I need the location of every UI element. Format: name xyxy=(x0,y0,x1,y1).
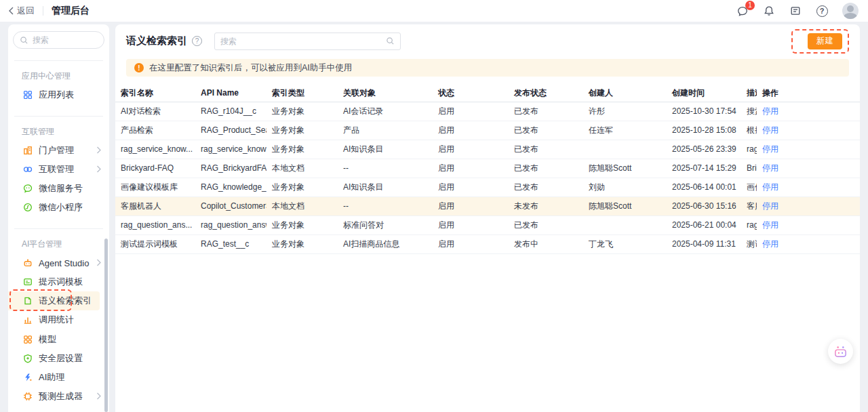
sidebar-item-label: 安全层设置 xyxy=(39,352,83,365)
back-button[interactable]: 返回 xyxy=(8,5,35,17)
divider xyxy=(14,228,103,229)
divider xyxy=(14,60,103,61)
sidebar-item-wechat-miniprogram[interactable]: 微信小程序 xyxy=(8,198,109,217)
section-label-interconnect: 互联管理 xyxy=(22,126,109,138)
ai-bolt-icon xyxy=(23,373,33,382)
avatar[interactable] xyxy=(842,3,859,19)
related-cell: AI扫描商品信息 xyxy=(338,234,433,253)
sidebar-item-app-list[interactable]: 应用列表 xyxy=(8,85,109,104)
chevron-right-icon xyxy=(96,392,101,400)
sidebar-item-interconnect-mgmt[interactable]: 互联管理 xyxy=(8,160,109,179)
chat-icon[interactable]: 1 xyxy=(736,5,749,17)
wechat-miniprogram-icon xyxy=(23,203,33,212)
api-name-cell: Copilot_CustomerS... xyxy=(195,197,267,215)
divider xyxy=(14,116,103,117)
disable-link[interactable]: 停用 xyxy=(762,201,778,211)
table-search[interactable] xyxy=(214,33,401,50)
col-header-desc: 描述 xyxy=(741,85,757,102)
sidebar: 应用中心管理 应用列表 互联管理 门户管理 互联管理 微信服务号 微信小程序 A… xyxy=(8,24,109,412)
disable-link[interactable]: 停用 xyxy=(762,106,778,116)
link-rings-icon xyxy=(23,165,33,174)
bar-chart-icon xyxy=(23,315,33,325)
index-name-link[interactable]: rag_service_know... xyxy=(115,140,195,159)
annotation-dashed-box: 新建 xyxy=(791,29,849,54)
disable-link[interactable]: 停用 xyxy=(762,163,778,173)
back-label: 返回 xyxy=(17,5,35,17)
disable-link[interactable]: 停用 xyxy=(762,182,778,192)
time-cell: 2025-05-26 23:39 xyxy=(667,140,741,159)
sidebar-item-label: 模型 xyxy=(39,333,56,346)
sidebar-item-agent-studio[interactable]: Agent Studio xyxy=(8,253,109,272)
banner-text: 在这里配置了知识索引后，可以被应用到AI助手中使用 xyxy=(149,62,352,74)
desc-cell: rag xyxy=(741,215,757,234)
col-header-name: 索引名称 xyxy=(115,85,195,102)
sidebar-item-label: AI助理 xyxy=(39,371,64,384)
col-header-related: 关联对象 xyxy=(338,85,433,102)
chip-icon xyxy=(23,392,33,401)
sidebar-item-label: 微信服务号 xyxy=(39,182,83,194)
title-help-icon[interactable]: ? xyxy=(192,36,202,46)
index-name-link[interactable]: 产品检索 xyxy=(115,121,195,140)
chevron-left-icon xyxy=(8,7,14,15)
table-row: AI对话检索 RAG_r104J__c 业务对象 AI会话记录 启用 已发布 许… xyxy=(115,102,860,121)
table-row-highlighted: 客服机器人 Copilot_CustomerS... 本地文档 -- 启用 未发… xyxy=(115,197,860,215)
col-header-time: 创建时间 xyxy=(667,85,741,102)
sidebar-item-portal-mgmt[interactable]: 门户管理 xyxy=(8,141,109,160)
creator-cell xyxy=(583,140,667,159)
pub-status-cell: 已发布 xyxy=(509,215,583,234)
sidebar-item-semantic-index[interactable]: 语义检索索引 xyxy=(8,291,100,310)
type-cell: 业务对象 xyxy=(267,178,338,197)
sidebar-item-security-layer[interactable]: 安全层设置 xyxy=(8,349,109,368)
status-cell: 启用 xyxy=(433,197,509,215)
pub-status-cell: 已发布 xyxy=(509,102,583,121)
sidebar-item-label: 门户管理 xyxy=(39,144,74,157)
index-name-link[interactable]: Brickyard-FAQ xyxy=(115,159,195,178)
desc-cell: rag xyxy=(741,140,757,159)
pub-status-cell: 已发布 xyxy=(509,159,583,178)
disable-link[interactable]: 停用 xyxy=(762,220,778,230)
status-cell: 启用 xyxy=(433,234,509,253)
prompt-template-icon xyxy=(23,277,33,287)
ai-assistant-fab[interactable] xyxy=(828,339,853,364)
sidebar-item-ai-assistant[interactable]: AI助理 xyxy=(8,368,109,387)
sidebar-scrollbar[interactable] xyxy=(104,239,108,412)
api-name-cell: RAG_BrickyardFA... xyxy=(195,159,267,178)
type-cell: 业务对象 xyxy=(267,215,338,234)
index-name-link[interactable]: 测试提示词模板 xyxy=(115,234,195,253)
sidebar-item-model[interactable]: 模型 xyxy=(8,330,109,349)
sidebar-item-prediction-generator[interactable]: 预测生成器 xyxy=(8,387,109,406)
time-cell: 2025-10-30 17:54 xyxy=(667,102,741,121)
type-cell: 本地文档 xyxy=(267,197,338,215)
table-row: Brickyard-FAQ RAG_BrickyardFA... 本地文档 --… xyxy=(115,159,860,178)
info-banner: ! 在这里配置了知识索引后，可以被应用到AI助手中使用 xyxy=(126,59,849,77)
creator-cell: 刘勋 xyxy=(583,178,667,197)
disable-link[interactable]: 停用 xyxy=(762,125,778,135)
disable-link[interactable]: 停用 xyxy=(762,144,778,154)
desc-cell: 画像 xyxy=(741,178,757,197)
help-icon[interactable]: ? xyxy=(816,5,828,17)
inbox-icon[interactable] xyxy=(789,5,802,17)
index-name-link[interactable]: 画像建议模板库 xyxy=(115,178,195,197)
page-title: 语义检索索引 xyxy=(126,35,187,47)
sidebar-item-wechat-service-account[interactable]: 微信服务号 xyxy=(8,179,109,198)
index-name-link[interactable]: rag_question_ans... xyxy=(115,215,195,234)
col-header-api: API Name xyxy=(195,85,267,102)
col-header-action: 操作 xyxy=(757,85,860,102)
sidebar-item-prompt-template[interactable]: 提示词模板 xyxy=(8,272,109,291)
disable-link[interactable]: 停用 xyxy=(762,239,778,249)
index-name-link[interactable]: 客服机器人 xyxy=(115,197,195,215)
index-name-link[interactable]: AI对话检索 xyxy=(115,102,195,121)
model-grid-icon xyxy=(23,335,33,344)
table-search-input[interactable] xyxy=(220,37,382,46)
creator-cell: 丁龙飞 xyxy=(583,234,667,253)
sidebar-item-call-stats[interactable]: 调用统计 xyxy=(8,310,109,329)
status-cell: 启用 xyxy=(433,159,509,178)
bell-icon[interactable] xyxy=(763,5,775,17)
api-name-cell: RAG_Product_Sear... xyxy=(195,121,267,140)
sidebar-search-input[interactable] xyxy=(33,35,98,45)
col-header-pub: 发布状态 xyxy=(509,85,583,102)
api-name-cell: RAG_test__c xyxy=(195,234,267,253)
sidebar-search[interactable] xyxy=(13,31,104,49)
new-button[interactable]: 新建 xyxy=(808,33,842,49)
type-cell: 业务对象 xyxy=(267,140,338,159)
